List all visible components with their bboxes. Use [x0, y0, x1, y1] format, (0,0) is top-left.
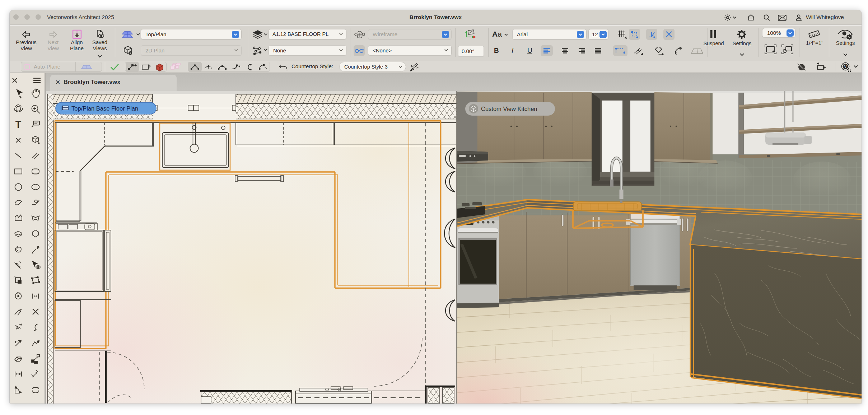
svg-text:Top/Plan Base Floor Plan: Top/Plan Base Floor Plan [71, 105, 138, 112]
svg-text:Custom View Kitchen: Custom View Kitchen [481, 106, 537, 112]
svg-text:V: V [844, 65, 847, 69]
svg-text:T: T [15, 119, 22, 130]
